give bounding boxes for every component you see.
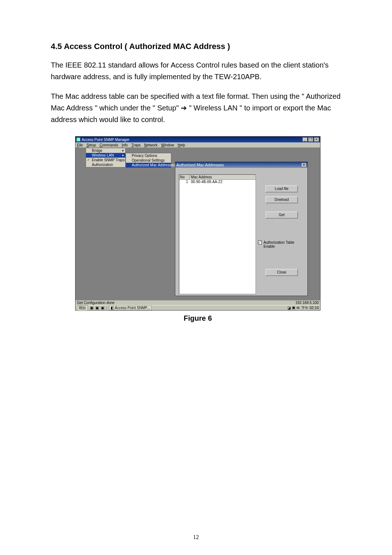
minimize-button[interactable]: _: [302, 137, 307, 142]
statusbar: Get Configuration done 192.168.5.100: [75, 300, 320, 305]
menu-help[interactable]: Help: [178, 143, 185, 147]
menu-file[interactable]: File: [77, 143, 83, 147]
menu-item-operational-settings[interactable]: Operational Settings: [126, 158, 171, 163]
status-ip: 192.168.5.100: [295, 301, 319, 305]
menu-item-wireless-lan[interactable]: Wireless LAN▸: [86, 153, 125, 158]
quicklaunch-icon[interactable]: ▣: [95, 306, 99, 310]
body-paragraph-2: The Mac address table can be specified w…: [51, 90, 345, 125]
close-button[interactable]: ✕: [314, 137, 319, 142]
taskbar-app-icon: ◧: [111, 306, 114, 310]
app-titlebar: Access Point SNMP Manager _ ❐ ✕: [75, 137, 320, 142]
menu-item-privacy-options[interactable]: Privacy Options: [126, 153, 171, 158]
dialog-titlebar: Authorized Mac Addresses ✕: [175, 162, 307, 168]
col-header-mac[interactable]: Mac Address: [189, 175, 256, 179]
mdi-client-area: Bridge▸ Wireless LAN▸ ✓Enable SNMP Traps…: [75, 148, 320, 300]
maximize-button[interactable]: ❐: [308, 137, 313, 142]
figure-caption: Figure 6: [51, 314, 345, 323]
cell-mac: 00-90-4B-08-AA-22: [189, 180, 256, 184]
taskbar-active-app[interactable]: ◧ Access Point SNMP...: [109, 305, 152, 310]
menu-network[interactable]: Network: [144, 143, 158, 147]
page-number: 12: [0, 534, 392, 540]
section-heading: 4.5 Access Control ( Authorized MAC Addr…: [51, 42, 345, 51]
cell-no: 1: [179, 180, 189, 184]
load-file-button[interactable]: Load file: [265, 185, 298, 193]
body-paragraph-1: The IEEE 802.11 standard allows for Acce…: [51, 59, 345, 82]
auth-table-enable-checkbox[interactable]: ✓ Authorization Table Enable: [258, 240, 302, 248]
menu-commands[interactable]: Commands: [99, 143, 118, 147]
tray-icon[interactable]: ▣: [292, 306, 295, 310]
screenshot-figure: Access Point SNMP Manager _ ❐ ✕ File Set…: [75, 136, 320, 311]
taskbar: 開始 ▣ ▣ ▣ ◧ Access Point SNMP... ◪ ▣ ✉ 下午…: [75, 305, 320, 310]
taskbar-clock: 下午 02:10: [301, 306, 319, 310]
col-header-no[interactable]: No: [179, 175, 189, 179]
menu-item-enable-snmp-traps[interactable]: ✓Enable SNMP Traps: [86, 158, 125, 162]
menu-item-bridge[interactable]: Bridge▸: [86, 148, 125, 153]
quicklaunch-icon[interactable]: ▣: [90, 306, 93, 310]
table-row[interactable]: 1 00-90-4B-08-AA-22: [179, 180, 256, 184]
dialog-close-button[interactable]: ✕: [301, 163, 306, 167]
menu-traps[interactable]: Traps: [131, 143, 140, 147]
menu-info[interactable]: Info: [122, 143, 128, 147]
app-title: Access Point SNMP Manager: [82, 138, 130, 142]
tray-icon[interactable]: ◪: [287, 306, 291, 310]
get-button[interactable]: Get: [265, 211, 298, 219]
wlan-submenu: Privacy Options Operational Settings Aut…: [126, 153, 171, 168]
menu-window[interactable]: Window: [161, 143, 174, 147]
setup-submenu: Bridge▸ Wireless LAN▸ ✓Enable SNMP Traps…: [86, 148, 126, 167]
close-dialog-button[interactable]: Close: [265, 269, 298, 276]
checkbox-icon: ✓: [258, 240, 262, 244]
mac-address-table[interactable]: No Mac Address 1 00-90-4B-08-AA-22: [179, 174, 256, 294]
authorized-mac-dialog: Authorized Mac Addresses ✕ No Mac Addres…: [175, 162, 308, 296]
start-button[interactable]: 開始: [77, 305, 88, 311]
checkbox-label: Authorization Table Enable: [264, 240, 302, 248]
menu-item-authorization[interactable]: Authorization: [86, 162, 125, 167]
menu-setup[interactable]: Setup: [86, 143, 96, 147]
download-button[interactable]: Dowload: [265, 196, 298, 203]
quicklaunch-icon[interactable]: ▣: [101, 306, 104, 310]
tray-icon[interactable]: ✉: [297, 306, 299, 310]
app-icon: [77, 138, 80, 141]
menubar: File Setup Commands Info Traps Network W…: [75, 142, 320, 148]
menu-item-authorized-mac-addresses[interactable]: Authorized Mac Addresses: [126, 163, 171, 167]
dialog-title: Authorized Mac Addresses: [176, 163, 224, 167]
status-text: Get Configuration done: [77, 301, 114, 305]
